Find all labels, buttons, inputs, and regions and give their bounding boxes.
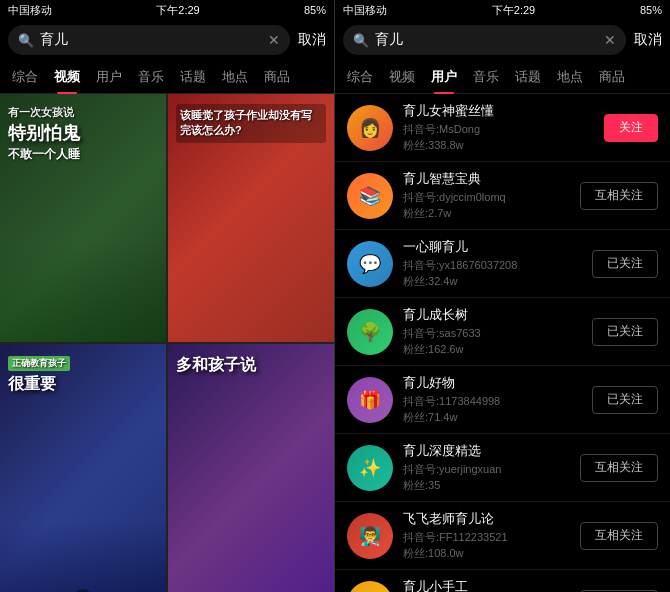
user-fans-2: 粉丝:2.7w (403, 206, 570, 221)
video-item-3[interactable]: 正确教育孩子 很重要 这位妈妈太会教育孩子了...#孩子 #教育 #抖音小助手 … (0, 344, 166, 592)
video-sub-1: 不敢一个人睡 (8, 146, 158, 163)
tab-music-left[interactable]: 音乐 (130, 60, 172, 94)
video-highlight-3: 很重要 (8, 373, 158, 395)
user-name-7: 飞飞老师育儿论 (403, 510, 570, 528)
user-handle-2: 抖音号:dyjccim0lomq (403, 190, 570, 205)
cancel-button-right[interactable]: 取消 (634, 31, 662, 49)
user-info-4: 育儿成长树 抖音号:sas7633 粉丝:162.6w (403, 306, 582, 357)
user-avatar-4: 🌳 (347, 309, 393, 355)
tab-user-right[interactable]: 用户 (423, 60, 465, 94)
user-name-8: 育儿小手工 (403, 578, 570, 592)
user-avatar-5: 🎁 (347, 377, 393, 423)
video-title-pre-1: 有一次女孩说 (8, 106, 74, 118)
video-overlay-4: 多和孩子说 (176, 354, 326, 376)
user-item-6[interactable]: ✨ 育儿深度精选 抖音号:yuerjingxuan 粉丝:35 互相关注 (335, 434, 670, 502)
carrier-right: 中国移动 (343, 3, 387, 18)
tab-all-right[interactable]: 综合 (339, 60, 381, 94)
user-info-7: 飞飞老师育儿论 抖音号:FF112233521 粉丝:108.0w (403, 510, 570, 561)
follow-button-4[interactable]: 已关注 (592, 318, 658, 346)
follow-button-6[interactable]: 互相关注 (580, 454, 658, 482)
user-item-3[interactable]: 💬 一心聊育儿 抖音号:yx18676037208 粉丝:32.4w 已关注 (335, 230, 670, 298)
user-avatar-2: 📚 (347, 173, 393, 219)
video-thumb-4: 多和孩子说 (168, 344, 334, 592)
status-bar-right: 中国移动 下午2:29 85% (335, 0, 670, 20)
user-info-2: 育儿智慧宝典 抖音号:dyjccim0lomq 粉丝:2.7w (403, 170, 570, 221)
tab-video-right[interactable]: 视频 (381, 60, 423, 94)
user-item-2[interactable]: 📚 育儿智慧宝典 抖音号:dyjccim0lomq 粉丝:2.7w 互相关注 (335, 162, 670, 230)
user-handle-1: 抖音号:MsDong (403, 122, 594, 137)
video-overlay-1: 有一次女孩说 特别怕鬼 不敢一个人睡 (8, 104, 158, 163)
video-thumb-3: 正确教育孩子 很重要 (0, 344, 166, 592)
user-avatar-6: ✨ (347, 445, 393, 491)
video-grid: 有一次女孩说 特别怕鬼 不敢一个人睡 学会倾听，是父母给孩子最好的教育。耐心倾听… (0, 94, 334, 592)
tab-all-left[interactable]: 综合 (4, 60, 46, 94)
user-name-4: 育儿成长树 (403, 306, 582, 324)
user-name-1: 育儿女神蜜丝懂 (403, 102, 594, 120)
video-overlay-2: 该睡觉了孩子作业却没有写完该怎么办? (176, 104, 326, 143)
tab-topic-left[interactable]: 话题 (172, 60, 214, 94)
user-avatar-1: 👩 (347, 105, 393, 151)
user-info-5: 育儿好物 抖音号:1173844998 粉丝:71.4w (403, 374, 582, 425)
user-info-1: 育儿女神蜜丝懂 抖音号:MsDong 粉丝:338.8w (403, 102, 594, 153)
user-fans-7: 粉丝:108.0w (403, 546, 570, 561)
user-handle-4: 抖音号:sas7633 (403, 326, 582, 341)
tab-music-right[interactable]: 音乐 (465, 60, 507, 94)
left-phone: 中国移动 下午2:29 85% 🔍 育儿 ✕ 取消 综合 视频 用户 音乐 话题… (0, 0, 335, 592)
tab-location-right[interactable]: 地点 (549, 60, 591, 94)
user-name-2: 育儿智慧宝典 (403, 170, 570, 188)
search-input-wrap-left[interactable]: 🔍 育儿 ✕ (8, 25, 290, 55)
video-item-1[interactable]: 有一次女孩说 特别怕鬼 不敢一个人睡 学会倾听，是父母给孩子最好的教育。耐心倾听… (0, 94, 166, 342)
follow-button-3[interactable]: 已关注 (592, 250, 658, 278)
user-item-5[interactable]: 🎁 育儿好物 抖音号:1173844998 粉丝:71.4w 已关注 (335, 366, 670, 434)
user-info-8: 育儿小手工 抖音号:1780284480 粉丝:65.1w (403, 578, 570, 592)
clear-icon-right[interactable]: ✕ (604, 32, 616, 48)
user-handle-6: 抖音号:yuerjingxuan (403, 462, 570, 477)
user-info-6: 育儿深度精选 抖音号:yuerjingxuan 粉丝:35 (403, 442, 570, 493)
video-highlight-1: 特别怕鬼 (8, 121, 158, 146)
user-item-4[interactable]: 🌳 育儿成长树 抖音号:sas7633 粉丝:162.6w 已关注 (335, 298, 670, 366)
user-handle-7: 抖音号:FF112233521 (403, 530, 570, 545)
battery-right: 85% (640, 4, 662, 16)
carrier-left: 中国移动 (8, 3, 52, 18)
tab-video-left[interactable]: 视频 (46, 60, 88, 94)
user-avatar-3: 💬 (347, 241, 393, 287)
status-bar-left: 中国移动 下午2:29 85% (0, 0, 334, 20)
video-item-4[interactable]: 多和孩子说 多和孩子说这5句话，你的孩子会越来越优秀！#育儿教育 #宝马 @老谢… (168, 344, 334, 592)
tab-topic-right[interactable]: 话题 (507, 60, 549, 94)
user-name-6: 育儿深度精选 (403, 442, 570, 460)
tab-user-left[interactable]: 用户 (88, 60, 130, 94)
user-fans-5: 粉丝:71.4w (403, 410, 582, 425)
time-left: 下午2:29 (156, 3, 199, 18)
tab-shop-right[interactable]: 商品 (591, 60, 633, 94)
user-fans-4: 粉丝:162.6w (403, 342, 582, 357)
search-input-wrap-right[interactable]: 🔍 育儿 ✕ (343, 25, 626, 55)
video-overlay-3: 正确教育孩子 很重要 (8, 354, 158, 395)
follow-button-5[interactable]: 已关注 (592, 386, 658, 414)
user-item-8[interactable]: ✂️ 育儿小手工 抖音号:1780284480 粉丝:65.1w 互相关注 (335, 570, 670, 592)
user-handle-5: 抖音号:1173844998 (403, 394, 582, 409)
user-fans-6: 粉丝:35 (403, 478, 570, 493)
video-highlight-4: 多和孩子说 (176, 354, 326, 376)
follow-button-7[interactable]: 互相关注 (580, 522, 658, 550)
follow-button-1[interactable]: 关注 (604, 114, 658, 142)
cancel-button-left[interactable]: 取消 (298, 31, 326, 49)
user-avatar-8: ✂️ (347, 581, 393, 593)
search-icon-right: 🔍 (353, 33, 369, 48)
tabs-left: 综合 视频 用户 音乐 话题 地点 商品 (0, 60, 334, 94)
tab-location-left[interactable]: 地点 (214, 60, 256, 94)
follow-button-2[interactable]: 互相关注 (580, 182, 658, 210)
battery-left: 85% (304, 4, 326, 16)
user-item-1[interactable]: 👩 育儿女神蜜丝懂 抖音号:MsDong 粉丝:338.8w 关注 (335, 94, 670, 162)
video-title-2: 该睡觉了孩子作业却没有写完该怎么办? (180, 109, 312, 136)
video-thumb-2: 该睡觉了孩子作业却没有写完该怎么办? 到睡觉时间了 (168, 94, 334, 342)
user-fans-1: 粉丝:338.8w (403, 138, 594, 153)
tab-shop-left[interactable]: 商品 (256, 60, 298, 94)
user-info-3: 一心聊育儿 抖音号:yx18676037208 粉丝:32.4w (403, 238, 582, 289)
video-item-2[interactable]: 该睡觉了孩子作业却没有写完该怎么办? 到睡觉时间了 该睡觉了孩子作业却没写完该怎… (168, 94, 334, 342)
user-handle-3: 抖音号:yx18676037208 (403, 258, 582, 273)
clear-icon-left[interactable]: ✕ (268, 32, 280, 48)
user-fans-3: 粉丝:32.4w (403, 274, 582, 289)
user-item-7[interactable]: 👨‍🏫 飞飞老师育儿论 抖音号:FF112233521 粉丝:108.0w 互相… (335, 502, 670, 570)
user-name-3: 一心聊育儿 (403, 238, 582, 256)
user-list: 👩 育儿女神蜜丝懂 抖音号:MsDong 粉丝:338.8w 关注 📚 育儿智慧… (335, 94, 670, 592)
